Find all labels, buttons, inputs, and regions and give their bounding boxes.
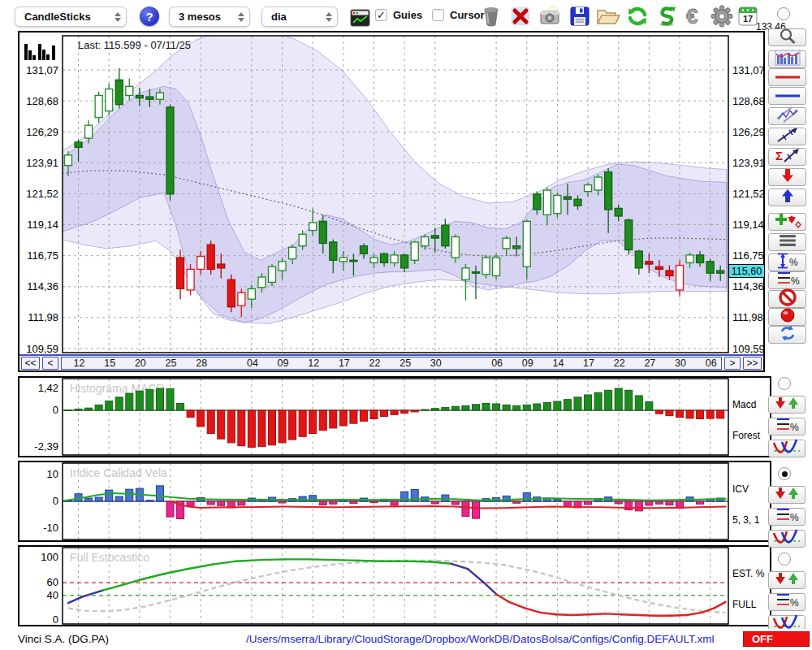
svg-text:114,36: 114,36 [27,280,58,292]
status-bar: Vinci S.A. (DG.PA) /Users/mserra/Library… [0,629,812,650]
scroll-back-button[interactable]: < [42,357,58,370]
stochastic-name-2: FULL [732,600,766,610]
svg-text:%: % [790,597,799,609]
svg-text:Indice Calidad Vela: Indice Calidad Vela [70,466,167,479]
svg-text:126,29: 126,29 [732,126,763,138]
arrow-up-blue-tool-button[interactable] [768,188,806,206]
trendline-icon [775,126,800,147]
refresh-icon[interactable] [625,4,650,28]
date-tick: 12 [308,358,319,370]
date-tick: 04 [247,358,258,370]
cursor-checkbox[interactable] [432,9,444,21]
arrow-down-red-tool-button[interactable] [768,168,806,186]
updown-arrows-icon [773,486,801,504]
stochastic-chart[interactable]: Full Estocastico10060400 [19,547,770,625]
last-price-label: Last: 115.599 - 07/11/25 [78,39,191,51]
off-button[interactable]: OFF [743,631,810,647]
toolbar: CandleSticks ? 3 mesos dia ✓ Guies Curso… [0,0,812,31]
stochastic-radio[interactable] [778,552,791,566]
scroll-fast-forward-button[interactable]: >> [743,357,762,370]
chart-type-value: CandleSticks [24,11,91,23]
config-path-link[interactable]: /Users/mserra/Library/CloudStorage/Dropb… [246,633,714,645]
svg-text:116,75: 116,75 [27,249,58,262]
chevron-updown-icon [326,12,332,22]
toolbar-radio[interactable] [777,7,790,20]
date-tick: 25 [400,358,411,370]
scroll-fast-back-button[interactable]: << [21,357,40,370]
macd-curve-button[interactable] [768,440,806,457]
stochastic-panel: Full Estocastico10060400 EST. % FULL (28… [18,545,771,626]
arrow-down-red-icon [780,167,796,187]
icv-bar-chart[interactable]: Indice Calidad Vela100-10 [19,462,770,540]
stochastic-levels-button[interactable]: % [768,593,806,611]
icv-levels-button[interactable]: % [768,508,806,526]
interval-select[interactable]: dia [261,6,338,27]
chart-type-select[interactable]: CandleSticks [15,6,127,27]
record-tool-button[interactable] [768,308,806,326]
svg-text:114,36: 114,36 [732,280,763,292]
svg-text:126,29: 126,29 [26,126,58,138]
add-marker-tool-button[interactable] [768,213,806,231]
candle [187,264,194,295]
svg-text:1,42: 1,42 [38,382,58,394]
sync-s-icon[interactable] [654,4,679,28]
svg-text:-2,39: -2,39 [34,440,58,453]
zoom-tool-button[interactable] [768,28,806,46]
svg-text:10: 10 [47,468,58,480]
levels-percent-tool-button[interactable]: % [768,271,806,289]
svg-text:128,68: 128,68 [26,95,58,107]
macd-levels-button[interactable]: % [768,418,806,436]
stochastic-signal-arrows-button[interactable] [768,571,806,589]
current-price-tag: 115,60 [728,264,765,278]
sync-arrows-tool-button[interactable] [768,326,806,344]
candle [166,105,174,201]
guies-checkbox[interactable]: ✓ [375,9,387,21]
camera-icon[interactable] [538,4,562,28]
euro-icon[interactable]: € [683,4,707,28]
save-icon[interactable] [568,4,592,28]
blue-line-tool-button[interactable] [768,87,806,105]
sum-trend-tool-button[interactable]: Σ [768,148,806,166]
chevron-updown-icon [238,12,244,22]
range-percent-tool-button[interactable]: % [768,254,806,271]
delete-x-icon[interactable] [508,4,533,28]
date-tick: 27 [644,358,655,370]
icv-curve-button[interactable] [768,530,806,548]
macd-signal-arrows-button[interactable] [768,396,806,414]
macd-histogram-chart[interactable]: Histograma MACD1,420-2,39 [19,378,770,456]
svg-text:17: 17 [743,14,753,24]
icv-signal-arrows-button[interactable] [768,486,806,504]
interval-value: dia [271,11,287,23]
candle [106,84,113,115]
svg-text:119,14: 119,14 [27,219,58,231]
stochastic-name: EST. % [732,569,766,579]
candle [227,275,235,312]
channel-tool-button[interactable] [768,107,806,125]
macd-radio[interactable] [778,377,791,390]
svg-text:131,07: 131,07 [732,64,763,76]
red-line-tool-button[interactable] [768,68,806,86]
settings-gear-icon[interactable] [710,4,734,28]
macd-name: Macd [732,400,771,410]
svg-text:128,68: 128,68 [732,95,763,107]
trash-icon[interactable] [479,4,503,28]
updown-arrows-icon [773,571,801,589]
svg-text:%: % [790,512,799,523]
forbidden-tool-button[interactable] [768,290,806,308]
icv-radio[interactable] [778,467,791,480]
help-button[interactable]: ? [140,6,159,26]
mini-chart-tool-button[interactable] [768,50,806,68]
date-tick: 06 [706,358,717,370]
scroll-forward-button[interactable]: > [724,357,741,370]
icv-params: 5, 3, 1 [732,515,759,526]
trendline-tool-button[interactable] [768,128,806,145]
open-folder-icon[interactable] [596,4,620,28]
period-select[interactable]: 3 mesos [169,6,250,27]
rows-tool-button[interactable] [768,233,806,251]
candlestick-chart[interactable]: 131,07131,07128,68128,68126,29126,29123,… [19,32,763,354]
svg-text:-10: -10 [43,522,58,534]
candle [411,240,418,264]
chart-window-icon[interactable] [348,6,372,30]
mini-chart-icon [775,50,801,69]
candle [625,219,633,255]
